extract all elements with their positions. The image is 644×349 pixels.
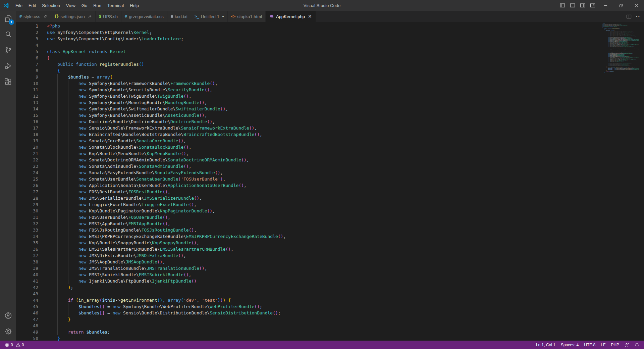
tab-kod-txt[interactable]: ≡kod.txt (167, 11, 192, 22)
line-number: 48 (16, 322, 38, 329)
status-spaces-4[interactable]: Spaces: 4 (558, 341, 581, 349)
tab-label: UPS.sh (103, 14, 118, 19)
line-number: 21 (16, 150, 38, 157)
hash-file-icon: # (19, 14, 21, 19)
modified-dot-icon: ● (222, 15, 224, 18)
customize-layout-icon[interactable] (588, 0, 598, 11)
line-number: 50 (16, 335, 38, 341)
tab-style-css[interactable]: #style.css (16, 11, 51, 22)
code-line: 1<?php (16, 23, 644, 29)
line-number: 26 (16, 182, 38, 189)
line-number: 33 (16, 227, 38, 233)
line-number: 13 (16, 99, 38, 106)
title-bar: FileEditSelectionViewGoRunTerminalHelp V… (0, 0, 644, 11)
status-ln-1-col-1[interactable]: Ln 1, Col 1 (533, 341, 558, 349)
toggle-primary-sidebar-icon[interactable] (557, 0, 568, 11)
tab-close-icon[interactable]: ✕ (308, 14, 312, 19)
problems-indicator[interactable]: 0 0 (2, 341, 26, 349)
code-line: 8 { (16, 67, 644, 74)
line-number: 10 (16, 80, 38, 87)
menu-run[interactable]: Run (90, 1, 104, 10)
line-number: 46 (16, 310, 38, 316)
tab-bar-tabs: #style.css{}settings.json$UPS.sh#grzegor… (16, 11, 316, 22)
status-php[interactable]: PHP (608, 341, 622, 349)
menu-edit[interactable]: Edit (25, 1, 39, 10)
tab-untitled-1[interactable]: >_Untitled-1● (191, 11, 228, 22)
line-number: 2 (16, 29, 38, 36)
tab-label: AppKernel.php (276, 14, 305, 19)
tab-grzegorzwitait-css[interactable]: #grzegorzwitait.css (121, 11, 167, 22)
code-line: 11 new Symfony\Bundle\SecurityBundle\Sec… (16, 87, 644, 93)
tab-stopka1-html[interactable]: <>stopka1.html (228, 11, 266, 22)
titlebar-controls (557, 0, 644, 11)
line-number: 6 (16, 55, 38, 61)
accounts-icon[interactable] (0, 308, 16, 323)
code-line: 36 new EMSI\SalesPartnerCRMBundle\EMSISa… (16, 246, 644, 252)
more-actions-icon[interactable]: ⋯ (636, 13, 641, 19)
line-number: 28 (16, 195, 38, 201)
code-line: 33 new FOS\JsRoutingBundle\FOSJsRoutingB… (16, 227, 644, 233)
line-number: 29 (16, 201, 38, 208)
tab-close: ✕ (308, 14, 312, 19)
toggle-secondary-sidebar-icon[interactable] (578, 0, 588, 11)
line-number: 27 (16, 189, 38, 195)
explorer-icon[interactable]: 1 (0, 11, 16, 27)
tab-settings-json[interactable]: {}settings.json (51, 11, 96, 22)
code-line: 37 new JMS\DiExtraBundle\JMSDiExtraBundl… (16, 252, 644, 259)
code-line: 45 $bundles[] = new Symfony\Bundle\WebPr… (16, 303, 644, 310)
status-bar-right: Ln 1, Col 1Spaces: 4UTF-8LFPHP (533, 341, 642, 349)
line-number: 31 (16, 214, 38, 220)
extensions-icon[interactable] (0, 74, 16, 90)
menu-terminal[interactable]: Terminal (104, 1, 127, 10)
code-line: 17 new Sensio\Bundle\FrameworkExtraBundl… (16, 125, 644, 131)
line-number: 41 (16, 278, 38, 284)
line-number: 24 (16, 169, 38, 176)
line-number: 12 (16, 93, 38, 99)
line-number: 20 (16, 144, 38, 150)
menu-help[interactable]: Help (127, 1, 142, 10)
status-lf[interactable]: LF (598, 341, 608, 349)
menu-file[interactable]: File (12, 1, 25, 10)
line-number: 25 (16, 176, 38, 182)
menu-go[interactable]: Go (78, 1, 90, 10)
code-line: 22 new Sonata\DoctrineORMAdminBundle\Son… (16, 157, 644, 163)
tab-appkernel-php[interactable]: AppKernel.php✕ (266, 11, 316, 22)
restore-button[interactable] (613, 0, 629, 11)
minimap[interactable]: <?phpuse Symfony\Component\HttpKernel\Ke… (602, 23, 639, 73)
line-number: 7 (16, 61, 38, 67)
status-bar: 0 0 Ln 1, Col 1Spaces: 4UTF-8LFPHP (0, 341, 644, 349)
close-button[interactable] (629, 0, 644, 11)
line-number: 22 (16, 157, 38, 163)
line-number: 44 (16, 297, 38, 303)
settings-gear-icon[interactable] (0, 323, 16, 339)
toggle-panel-icon[interactable] (568, 0, 578, 11)
code-line: 21 new Knp\Bundle\MenuBundle\KnpMenuBund… (16, 150, 644, 157)
line-number: 17 (16, 125, 38, 131)
pin-icon (43, 14, 47, 19)
feedback-icon[interactable] (622, 341, 632, 349)
menu-selection[interactable]: Selection (39, 1, 63, 10)
notifications-bell-icon[interactable] (632, 341, 642, 349)
line-number: 5 (16, 48, 38, 55)
code-line: 29 new Liuggio\ExcelBundle\LiuggioExcelB… (16, 201, 644, 208)
search-icon[interactable] (0, 27, 16, 42)
split-editor-icon[interactable] (626, 14, 632, 19)
code-line: 50 } (16, 335, 644, 341)
status-utf-8[interactable]: UTF-8 (581, 341, 598, 349)
code-line: 39 new JMS\TranslationBundle\JMSTranslat… (16, 265, 644, 271)
code-line: 43 (16, 291, 644, 297)
tab-label: kod.txt (175, 14, 187, 19)
code-line: 32 new EMSI\AppBundle\EMSIAppBundle(), (16, 220, 644, 227)
editor[interactable]: 1<?php2use Symfony\Component\HttpKernel\… (16, 22, 644, 341)
minimize-button[interactable] (598, 0, 613, 11)
source-control-icon[interactable] (0, 42, 16, 58)
menu-view[interactable]: View (63, 1, 78, 10)
code-line: 10 new Symfony\Bundle\FrameworkBundle\Fr… (16, 80, 644, 87)
run-and-debug-icon[interactable] (0, 58, 16, 74)
code-line: 13 new Symfony\Bundle\MonologBundle\Mono… (16, 99, 644, 106)
vscode-logo-icon (3, 3, 9, 8)
tab-ups-sh[interactable]: $UPS.sh (96, 11, 121, 22)
line-number: 34 (16, 233, 38, 240)
code-line: 2use Symfony\Component\HttpKernel\Kernel… (16, 29, 644, 36)
line-number: 15 (16, 112, 38, 118)
